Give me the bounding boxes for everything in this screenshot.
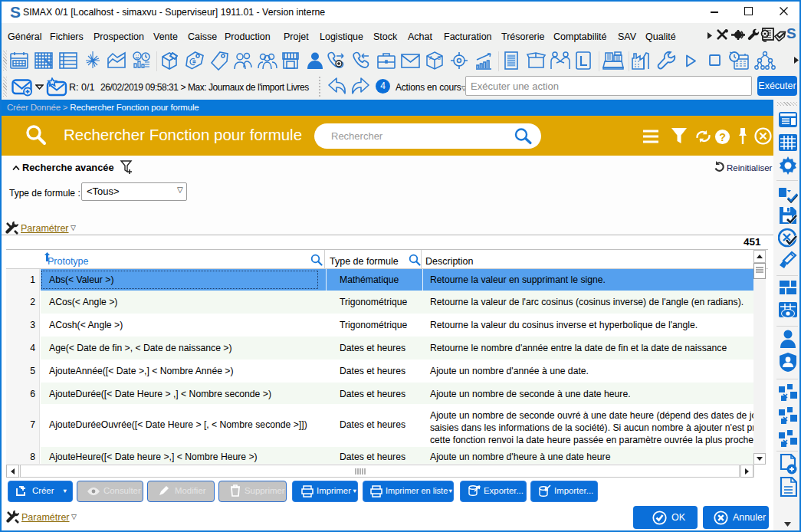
- svg-text:?: ?: [719, 131, 726, 143]
- svg-text:A: A: [429, 55, 433, 61]
- svg-text:B: B: [438, 55, 441, 61]
